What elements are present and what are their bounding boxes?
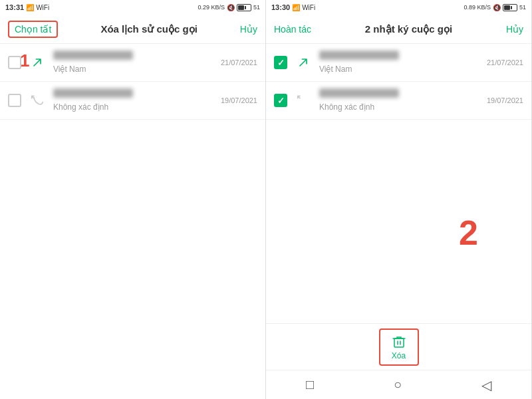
page-title-left: Xóa lịch sử cuộc gọi <box>100 23 197 35</box>
time-left: 13:31 <box>5 3 24 11</box>
mute-icon-left: 🔇 <box>227 4 235 11</box>
call-info-2-left: Không xác định <box>53 88 214 112</box>
battery-pct-left: 51 <box>253 4 260 11</box>
nav-circle-icon[interactable]: ○ <box>394 377 402 392</box>
cancel-button-left[interactable]: Hủy <box>240 24 257 35</box>
select-all-button[interactable]: Chọn tất <box>8 21 58 38</box>
trash-icon <box>391 334 407 350</box>
call-list-container-left: 1 Việt Nam 21/07/2021 <box>0 44 265 120</box>
call-name-blurred-2-right <box>319 88 399 98</box>
call-icon-1-right <box>294 53 313 72</box>
call-sub-1-right: Việt Nam <box>319 65 352 74</box>
data-speed-left: 0.29 KB/S <box>198 4 225 11</box>
call-name-blurred-1-right <box>319 51 399 60</box>
delete-button-box[interactable]: Xóa <box>379 329 419 366</box>
call-sub-1-left: Việt Nam <box>53 65 86 74</box>
bottom-nav-right: □ ○ ◁ <box>266 370 531 399</box>
signal-right: 📶 <box>292 4 300 11</box>
call-item-2-right[interactable]: Không xác định 19/07/2021 <box>266 82 531 120</box>
back-button-right[interactable]: Hoàn tác <box>274 24 311 35</box>
call-info-2-right: Không xác định <box>319 88 480 112</box>
data-speed-right: 0.89 KB/S <box>464 4 491 11</box>
call-icon-1-left <box>28 53 47 72</box>
call-list-left: Việt Nam 21/07/2021 Không xác định 19/0 <box>0 44 265 120</box>
svg-rect-0 <box>394 338 404 347</box>
call-icon-2-right <box>294 91 313 110</box>
delete-label[interactable]: Xóa <box>392 351 406 360</box>
call-list-right: Việt Nam 21/07/2021 Không xác định 19/07… <box>266 44 531 323</box>
checkbox-1-right[interactable] <box>274 56 287 69</box>
nav-square-icon[interactable]: □ <box>306 377 314 392</box>
call-sub-2-right: Không xác định <box>319 102 374 112</box>
status-bar-right: 13:30 📶 WiFi 0.89 KB/S 🔇 51 <box>266 0 531 15</box>
call-name-blurred-1-left <box>53 51 133 60</box>
page-title-right: 2 nhật ký cuộc gọi <box>365 23 452 35</box>
status-bar-left: 13:31 📶 WiFi 0.29 KB/S 🔇 51 <box>0 0 265 15</box>
call-item-1-left[interactable]: Việt Nam 21/07/2021 <box>0 44 265 82</box>
cancel-button-right[interactable]: Hủy <box>506 24 523 35</box>
call-date-1-right: 21/07/2021 <box>487 59 523 66</box>
wifi-left: WiFi <box>36 4 49 11</box>
top-bar-left: Chọn tất Xóa lịch sử cuộc gọi Hủy <box>0 15 265 44</box>
battery-left <box>237 4 251 11</box>
delete-area: Xóa <box>266 323 531 370</box>
panel-left: 13:31 📶 WiFi 0.29 KB/S 🔇 51 Chọn tất Xóa… <box>0 0 266 399</box>
battery-pct-right: 51 <box>519 4 526 11</box>
mute-icon-right: 🔇 <box>493 4 501 11</box>
call-item-2-left[interactable]: Không xác định 19/07/2021 <box>0 82 265 120</box>
checkbox-2-left[interactable] <box>8 94 21 107</box>
call-date-2-left: 19/07/2021 <box>221 96 257 104</box>
call-date-2-right: 19/07/2021 <box>487 96 523 104</box>
panel-right: 13:30 📶 WiFi 0.89 KB/S 🔇 51 Hoàn tác 2 n… <box>266 0 532 399</box>
call-info-1-right: Việt Nam <box>319 51 480 74</box>
call-item-1-right[interactable]: Việt Nam 21/07/2021 <box>266 44 531 82</box>
signal-left: 📶 <box>26 4 34 11</box>
checkbox-2-right[interactable] <box>274 94 287 107</box>
top-bar-right: Hoàn tác 2 nhật ký cuộc gọi Hủy <box>266 15 531 44</box>
call-name-blurred-2-left <box>53 88 133 98</box>
battery-right <box>503 4 517 11</box>
wifi-right: WiFi <box>302 4 315 11</box>
call-sub-2-left: Không xác định <box>53 102 108 112</box>
checkbox-1-left[interactable] <box>8 56 21 69</box>
nav-back-icon[interactable]: ◁ <box>481 377 491 393</box>
call-info-1-left: Việt Nam <box>53 51 214 74</box>
call-icon-2-left <box>28 91 47 110</box>
step-2-label: 2 <box>459 213 478 253</box>
call-date-1-left: 21/07/2021 <box>221 59 257 66</box>
time-right: 13:30 <box>271 3 290 11</box>
